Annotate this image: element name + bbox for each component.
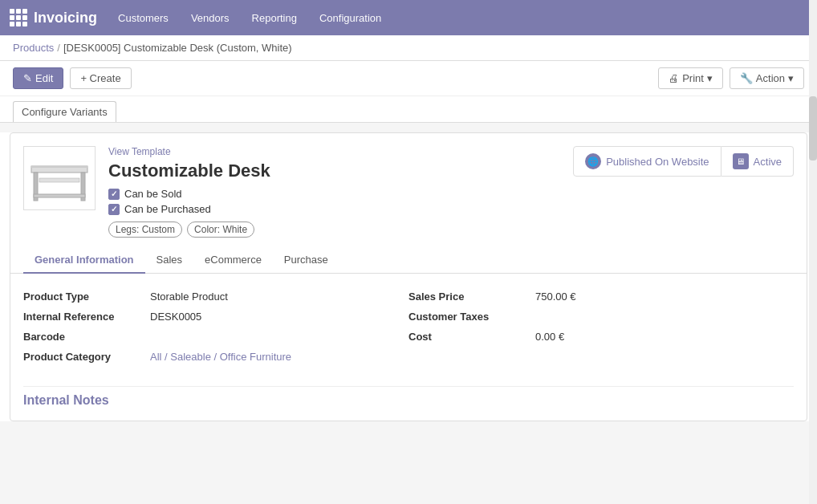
wrench-icon: 🔧 bbox=[740, 72, 753, 84]
active-button[interactable]: 🖥 Active bbox=[721, 146, 794, 177]
field-internal-reference: Internal Reference DESK0005 bbox=[23, 307, 408, 327]
print-label: Print bbox=[682, 72, 704, 84]
internal-notes-title: Internal Notes bbox=[23, 386, 794, 408]
can-be-sold-label: Can be Sold bbox=[124, 188, 182, 200]
action-button[interactable]: 🔧 Action ▾ bbox=[730, 67, 804, 89]
fields-section: Product Type Storable Product Internal R… bbox=[23, 274, 794, 373]
field-label-customer-taxes: Customer Taxes bbox=[408, 311, 529, 323]
nav-customers[interactable]: Customers bbox=[116, 9, 170, 27]
navbar: Invoicing Customers Vendors Reporting Co… bbox=[0, 0, 817, 35]
tab-purchase[interactable]: Purchase bbox=[273, 247, 339, 274]
tabs-bar: General Information Sales eCommerce Purc… bbox=[10, 247, 807, 274]
main-content: 🌐 Published On Website 🖥 Active bbox=[0, 132, 817, 421]
checkboxes: Can be Sold Can be Purchased bbox=[108, 188, 794, 215]
can-be-purchased-checkbox[interactable] bbox=[108, 204, 120, 215]
action-dropdown-icon: ▾ bbox=[788, 72, 794, 84]
can-be-purchased-row: Can be Purchased bbox=[108, 203, 794, 215]
action-label: Action bbox=[756, 72, 785, 84]
variants-row: Legs: Custom Color: White bbox=[108, 222, 794, 238]
create-label: + Create bbox=[80, 72, 120, 84]
field-label-sales-price: Sales Price bbox=[408, 291, 529, 303]
field-label-product-type: Product Type bbox=[23, 291, 144, 303]
can-be-sold-checkbox[interactable] bbox=[108, 189, 120, 200]
tab-sales[interactable]: Sales bbox=[145, 247, 194, 274]
published-button[interactable]: 🌐 Published On Website bbox=[573, 146, 721, 177]
fields-grid: Product Type Storable Product Internal R… bbox=[23, 287, 794, 367]
app-title: Invoicing bbox=[34, 10, 97, 26]
app-logo[interactable]: Invoicing bbox=[10, 9, 97, 26]
field-value-cost: 0.00 € bbox=[535, 331, 564, 343]
svg-rect-4 bbox=[34, 194, 85, 197]
configure-variants-button[interactable]: Configure Variants bbox=[13, 101, 116, 122]
breadcrumb-parent[interactable]: Products bbox=[13, 42, 54, 54]
variant-badge-color[interactable]: Color: White bbox=[187, 222, 254, 238]
globe-icon: 🌐 bbox=[585, 153, 601, 169]
fields-left: Product Type Storable Product Internal R… bbox=[23, 287, 408, 367]
can-be-purchased-label: Can be Purchased bbox=[124, 203, 211, 215]
nav-links: Customers Vendors Reporting Configuratio… bbox=[116, 12, 383, 24]
field-label-product-category: Product Category bbox=[23, 351, 144, 363]
product-category-link[interactable]: All / Saleable / Office Furniture bbox=[150, 351, 291, 363]
fields-right: Sales Price 750.00 € Customer Taxes Cost… bbox=[408, 287, 794, 367]
tab-general-information[interactable]: General Information bbox=[23, 247, 145, 274]
svg-rect-5 bbox=[39, 178, 79, 182]
field-cost: Cost 0.00 € bbox=[408, 327, 794, 347]
variant-badge-legs[interactable]: Legs: Custom bbox=[108, 222, 182, 238]
field-sales-price: Sales Price 750.00 € bbox=[408, 287, 794, 307]
nav-vendors[interactable]: Vendors bbox=[189, 9, 231, 27]
edit-label: Edit bbox=[35, 72, 53, 84]
breadcrumb: Products / [DESK0005] Customizable Desk … bbox=[0, 35, 817, 61]
published-label: Published On Website bbox=[606, 156, 709, 168]
product-card: 🌐 Published On Website 🖥 Active bbox=[10, 132, 807, 421]
status-buttons: 🌐 Published On Website 🖥 Active bbox=[573, 146, 794, 177]
edit-button[interactable]: ✎ Edit bbox=[13, 67, 63, 89]
field-barcode: Barcode bbox=[23, 327, 408, 347]
config-bar: Configure Variants bbox=[0, 96, 817, 123]
field-value-sales-price: 750.00 € bbox=[535, 291, 576, 303]
print-icon: 🖨 bbox=[669, 72, 679, 84]
tab-ecommerce[interactable]: eCommerce bbox=[193, 247, 273, 274]
field-label-barcode: Barcode bbox=[23, 331, 144, 343]
field-label-cost: Cost bbox=[408, 331, 529, 343]
field-value-internal-ref: DESK0005 bbox=[150, 311, 201, 323]
field-customer-taxes: Customer Taxes bbox=[408, 307, 794, 327]
field-value-product-type: Storable Product bbox=[150, 291, 228, 303]
product-image-svg bbox=[27, 150, 91, 206]
field-value-product-category: All / Saleable / Office Furniture bbox=[150, 351, 291, 363]
active-label: Active bbox=[754, 156, 782, 168]
action-bar: ✎ Edit + Create 🖨 Print ▾ 🔧 Action ▾ bbox=[0, 61, 817, 96]
edit-icon: ✎ bbox=[23, 72, 32, 84]
scrollbar-track[interactable] bbox=[809, 0, 817, 504]
monitor-icon: 🖥 bbox=[733, 153, 749, 169]
field-product-type: Product Type Storable Product bbox=[23, 287, 408, 307]
svg-rect-1 bbox=[31, 166, 87, 168]
breadcrumb-current: [DESK0005] Customizable Desk (Custom, Wh… bbox=[63, 42, 292, 54]
scrollbar-thumb[interactable] bbox=[809, 96, 817, 161]
configure-variants-label: Configure Variants bbox=[22, 106, 108, 118]
field-product-category: Product Category All / Saleable / Office… bbox=[23, 347, 408, 367]
grid-icon bbox=[10, 9, 27, 26]
create-button[interactable]: + Create bbox=[70, 67, 131, 89]
product-image bbox=[23, 146, 96, 210]
field-label-internal-ref: Internal Reference bbox=[23, 311, 144, 323]
can-be-sold-row: Can be Sold bbox=[108, 188, 794, 200]
breadcrumb-separator: / bbox=[57, 42, 60, 54]
print-dropdown-icon: ▾ bbox=[707, 72, 713, 84]
nav-configuration[interactable]: Configuration bbox=[318, 9, 383, 27]
print-button[interactable]: 🖨 Print ▾ bbox=[658, 67, 723, 89]
nav-reporting[interactable]: Reporting bbox=[250, 9, 299, 27]
